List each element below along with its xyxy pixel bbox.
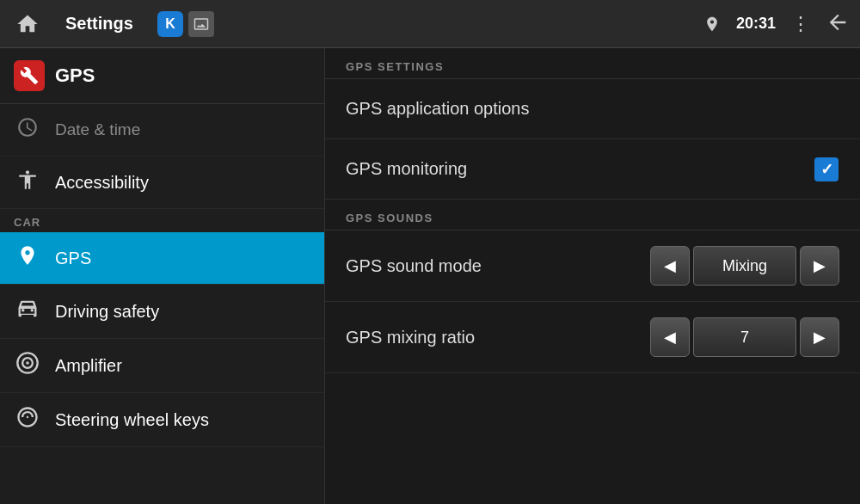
sidebar-item-steering-wheel-label: Steering wheel keys: [55, 410, 209, 430]
gps-sound-mode-prev-button[interactable]: ◀: [650, 246, 690, 286]
gps-monitoring-label: GPS monitoring: [346, 159, 814, 179]
gps-mixing-ratio-row: GPS mixing ratio ◀ 7 ▶: [325, 302, 860, 373]
main-layout: GPS Date & time Accessibility CAR: [0, 48, 860, 504]
gps-nav-icon: [14, 244, 41, 272]
top-bar-right: 20:31 ⋮: [703, 10, 850, 38]
gps-sound-mode-label: GPS sound mode: [346, 256, 650, 276]
gps-settings-section-header: GPS SETTINGS: [325, 48, 860, 79]
sidebar-item-datetime[interactable]: Date & time: [0, 104, 324, 157]
gps-mixing-ratio-next-button[interactable]: ▶: [800, 317, 839, 357]
sidebar-item-driving-safety[interactable]: Driving safety: [0, 285, 324, 339]
content-area: GPS SETTINGS GPS application options GPS…: [325, 48, 860, 504]
sidebar-item-steering-wheel[interactable]: Steering wheel keys: [0, 393, 324, 447]
car-icon: [14, 297, 41, 326]
top-bar: Settings K 20:31 ⋮: [0, 0, 860, 48]
top-bar-app-icons: K: [157, 11, 214, 37]
gps-application-options-row[interactable]: GPS application options: [325, 79, 860, 139]
location-pin-icon: [703, 15, 721, 33]
gps-icon-wrap: [14, 60, 45, 91]
gps-sounds-section-header: GPS SOUNDS: [325, 200, 860, 230]
sidebar-item-gps[interactable]: GPS: [0, 232, 324, 285]
sidebar-item-gps-label: GPS: [55, 249, 91, 268]
gps-sound-mode-value: Mixing: [693, 246, 796, 286]
sidebar-item-accessibility-label: Accessibility: [55, 173, 149, 193]
svg-point-2: [26, 361, 29, 365]
gps-mixing-ratio-control: ◀ 7 ▶: [650, 317, 839, 357]
accessibility-icon: [14, 169, 41, 196]
gps-monitoring-checkbox[interactable]: [814, 157, 839, 182]
gps-monitoring-row[interactable]: GPS monitoring: [325, 139, 860, 200]
sidebar-item-driving-safety-label: Driving safety: [55, 302, 159, 322]
top-bar-left: Settings K: [10, 7, 214, 41]
back-button[interactable]: [826, 10, 850, 38]
sidebar: GPS Date & time Accessibility CAR: [0, 48, 325, 504]
clock: 20:31: [736, 15, 776, 33]
sidebar-gps-label: GPS: [55, 65, 95, 87]
gps-mixing-ratio-value: 7: [693, 317, 796, 357]
gps-sound-mode-row: GPS sound mode ◀ Mixing ▶: [325, 230, 860, 302]
gps-mixing-ratio-prev-button[interactable]: ◀: [650, 317, 690, 357]
home-button[interactable]: [10, 7, 45, 41]
clock-icon: [14, 116, 41, 144]
checkbox-checked-indicator: [814, 157, 838, 181]
amplifier-icon: [14, 351, 41, 380]
gps-sound-mode-next-button[interactable]: ▶: [800, 246, 839, 286]
sidebar-item-accessibility[interactable]: Accessibility: [0, 157, 324, 209]
more-options-button[interactable]: ⋮: [791, 13, 810, 35]
k-app-icon[interactable]: K: [157, 11, 183, 37]
sidebar-gps-header: GPS: [0, 48, 324, 104]
sidebar-item-datetime-label: Date & time: [55, 120, 140, 139]
sidebar-item-amplifier-label: Amplifier: [55, 356, 122, 376]
page-title: Settings: [65, 14, 133, 34]
wrench-gps-icon: [20, 66, 39, 85]
steering-wheel-icon: [14, 405, 41, 434]
sidebar-item-amplifier[interactable]: Amplifier: [0, 339, 324, 393]
home-icon: [15, 12, 40, 36]
gps-mixing-ratio-label: GPS mixing ratio: [346, 328, 650, 347]
gps-application-options-label: GPS application options: [346, 99, 839, 119]
sidebar-section-car: CAR: [0, 209, 324, 232]
gps-sound-mode-control: ◀ Mixing ▶: [650, 246, 839, 286]
image-app-icon[interactable]: [188, 11, 214, 37]
